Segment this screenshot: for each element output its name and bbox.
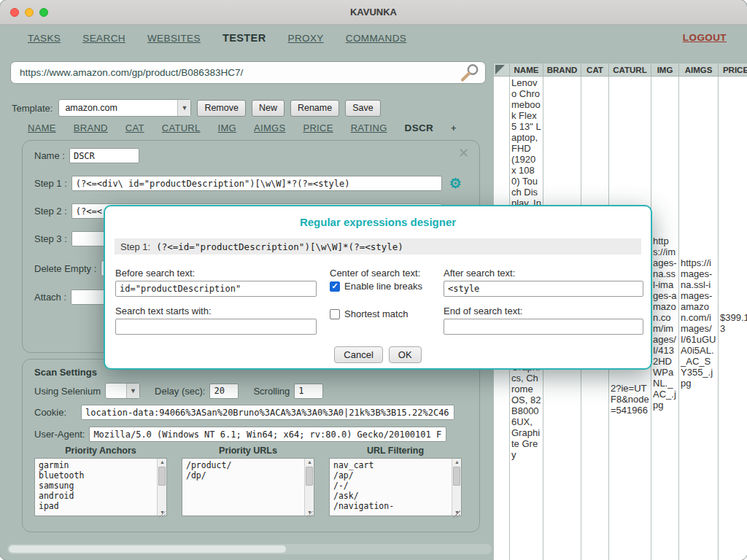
- attach-label: Attach :: [34, 292, 66, 303]
- field-tabs: NAME BRAND CAT CATURL IMG AIMGS PRICE RA…: [28, 122, 457, 133]
- regex-designer-gear-icon[interactable]: ⚙: [449, 176, 462, 190]
- save-template-button[interactable]: Save: [345, 100, 381, 117]
- url-filtering-title: URL Filtering: [329, 446, 462, 456]
- using-selenium-select[interactable]: ▼: [105, 383, 140, 399]
- delay-input[interactable]: [209, 384, 239, 399]
- textarea-scrollbar[interactable]: ▲ ▼: [452, 459, 461, 516]
- cookie-label: Cookie:: [34, 407, 66, 418]
- textarea-scrollbar[interactable]: ▲ ▼: [157, 459, 166, 516]
- add-field-tab-button[interactable]: +: [451, 124, 457, 133]
- tab-aimgs[interactable]: AIMGS: [254, 122, 285, 133]
- name-row: Name :: [23, 148, 479, 163]
- app-window: KAVUNKA TASKS SEARCH WEBSITES TESTER PRO…: [0, 0, 747, 560]
- textarea-scrollbar[interactable]: ▲ ▼: [304, 459, 314, 516]
- priority-urls-title: Priority URLs: [182, 446, 314, 456]
- select-all-corner-cell[interactable]: [494, 63, 510, 77]
- selenium-row: Using Selenium ▼ Delay (sec): Scrolling: [23, 383, 479, 399]
- tab-caturl[interactable]: CATURL: [162, 122, 201, 133]
- nav-item-commands[interactable]: COMMANDS: [346, 33, 406, 44]
- scroll-up-icon: ▲: [452, 459, 462, 464]
- template-selected-value: amazon.com: [59, 103, 177, 113]
- before-search-label: Before search text:: [115, 268, 195, 279]
- minimize-window-button[interactable]: [25, 8, 34, 17]
- horizontal-scrollbar[interactable]: [7, 544, 492, 554]
- url-filtering-textarea[interactable]: nav_cart /ap/ /-/ /ask/ /navigation-: [329, 458, 462, 516]
- field-name-input[interactable]: [69, 148, 139, 163]
- scroll-down-icon: ▼: [305, 510, 314, 515]
- template-select[interactable]: amazon.com ▼: [58, 99, 191, 117]
- close-window-button[interactable]: [10, 8, 19, 17]
- enable-line-breaks-option[interactable]: Enable line breaks: [330, 281, 422, 292]
- end-of-search-input[interactable]: [444, 319, 643, 335]
- priority-urls-textarea[interactable]: /product/ /dp/: [182, 458, 314, 516]
- regex-designer-modal: Regular expressions designer Step 1: (?<…: [104, 205, 652, 370]
- scan-settings-panel: Scan Settings Using Selenium ▼ Delay (se…: [22, 359, 480, 532]
- starts-with-input[interactable]: [115, 319, 317, 335]
- step1-regex-input[interactable]: [71, 176, 442, 191]
- after-search-input[interactable]: [444, 281, 643, 297]
- nav-item-tasks[interactable]: TASKS: [28, 33, 61, 44]
- ok-button[interactable]: OK: [389, 346, 422, 363]
- scan-settings-title: Scan Settings: [34, 367, 97, 378]
- nav-item-proxy[interactable]: PROXY: [288, 33, 324, 44]
- table-header-row: NAME BRAND CAT CATURL IMG AIMGS PRICE: [494, 63, 747, 77]
- tab-dscr[interactable]: DSCR: [405, 122, 433, 133]
- chevron-down-icon: ▼: [126, 384, 139, 398]
- enable-line-breaks-label: Enable line breaks: [344, 281, 422, 292]
- tab-img[interactable]: IMG: [218, 122, 236, 133]
- shortest-match-option[interactable]: Shortest match: [330, 308, 408, 319]
- before-search-input[interactable]: [115, 281, 317, 297]
- chevron-down-icon: ▼: [177, 100, 190, 116]
- remove-template-button[interactable]: Remove: [197, 100, 246, 117]
- end-of-search-label: End of search text:: [444, 306, 522, 316]
- after-search-label: After search text:: [444, 268, 515, 279]
- search-icon[interactable]: [459, 63, 481, 82]
- priority-anchors-textarea[interactable]: garmin bluetooth samsung android ipad: [34, 458, 167, 516]
- using-selenium-label: Using Selenium: [34, 386, 101, 397]
- new-template-button[interactable]: New: [252, 100, 285, 117]
- cookie-input[interactable]: [81, 405, 454, 420]
- nav-item-tester[interactable]: TESTER: [222, 32, 266, 44]
- column-header-price: PRICE: [719, 63, 747, 77]
- title-bar: KAVUNKA: [0, 0, 747, 25]
- tab-rating[interactable]: RATING: [351, 122, 387, 133]
- priority-anchors-title: Priority Anchors: [34, 446, 167, 456]
- user-agent-input[interactable]: [89, 427, 446, 442]
- scroll-down-icon: ▼: [158, 510, 167, 515]
- select-all-corner-icon[interactable]: [495, 65, 505, 74]
- tab-cat[interactable]: CAT: [125, 122, 144, 133]
- enable-line-breaks-checkbox[interactable]: [330, 281, 340, 292]
- step2-label: Step 2 :: [34, 206, 67, 217]
- nav-item-websites[interactable]: WEBSITES: [147, 33, 201, 44]
- nav-item-search[interactable]: SEARCH: [82, 33, 125, 44]
- delay-label: Delay (sec):: [155, 386, 205, 397]
- window-controls: [10, 8, 48, 17]
- cell-price: $399.13: [719, 77, 747, 560]
- url-input[interactable]: [11, 67, 459, 78]
- rename-template-button[interactable]: Rename: [290, 100, 339, 117]
- cookie-row: Cookie:: [23, 405, 479, 420]
- modal-step-regex: (?<=id="productDescription")[\w\W]*(?=<s…: [156, 241, 403, 252]
- tab-price[interactable]: PRICE: [303, 122, 333, 133]
- center-search-label: Center of search text:: [330, 268, 420, 279]
- delete-empty-label: Delete Empty :: [34, 263, 96, 274]
- scrolling-input[interactable]: [294, 384, 323, 399]
- tab-name[interactable]: NAME: [28, 122, 56, 133]
- step3-label: Step 3 :: [34, 233, 67, 244]
- tab-brand[interactable]: BRAND: [74, 122, 108, 133]
- zoom-window-button[interactable]: [39, 8, 48, 17]
- scrolling-label: Scrolling: [253, 386, 290, 397]
- shortest-match-checkbox[interactable]: [330, 309, 340, 319]
- modal-title: Regular expressions designer: [105, 216, 651, 228]
- lists-row: Priority Anchors garmin bluetooth samsun…: [23, 446, 479, 519]
- modal-buttons: Cancel OK: [105, 346, 651, 363]
- horizontal-scrollbar-thumb[interactable]: [9, 545, 286, 553]
- cancel-button[interactable]: Cancel: [334, 346, 382, 363]
- cell-img: https://images-na.ssl-images-amazon.com/…: [651, 77, 679, 560]
- user-agent-row: User-Agent:: [23, 427, 479, 442]
- logout-link[interactable]: LOGOUT: [683, 32, 727, 43]
- column-header-aimgs: AIMGS: [679, 63, 719, 77]
- step1-label: Step 1 :: [34, 178, 67, 189]
- modal-step-strip: Step 1: (?<=id="productDescription")[\w\…: [115, 238, 641, 254]
- url-bar: [10, 61, 486, 84]
